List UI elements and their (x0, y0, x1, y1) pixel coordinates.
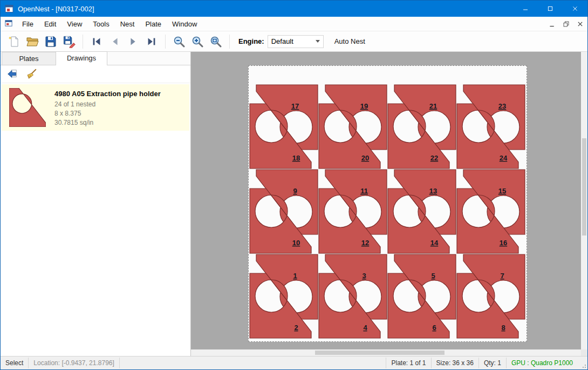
nest-pair-block[interactable]: 2324 (457, 85, 525, 169)
part-number-label: 13 (429, 187, 437, 195)
resize-grip[interactable] (578, 356, 587, 369)
drawing-list-item[interactable]: 4980 A05 Extraction pipe holder 24 of 1 … (2, 84, 189, 131)
nested-part[interactable] (250, 273, 311, 338)
previous-arrow-icon (109, 36, 121, 48)
menu-window[interactable]: Window (167, 18, 202, 30)
horizontal-scrollbar[interactable] (191, 349, 581, 356)
zoom-out-icon (173, 35, 186, 48)
menu-tools[interactable]: Tools (87, 18, 114, 30)
next-button[interactable] (124, 33, 142, 50)
status-plate: Plate: 1 of 1 (386, 356, 430, 369)
chevron-down-icon (316, 40, 320, 43)
part-number-label: 6 (432, 324, 436, 332)
vertical-scrollbar[interactable] (581, 52, 587, 349)
auto-nest-button[interactable]: Auto Nest (329, 35, 371, 48)
nest-pair-block[interactable]: 1314 (388, 170, 456, 253)
sidebar: Plates Drawings 4980 A05 Extraction pipe… (1, 52, 191, 356)
nested-part[interactable] (457, 189, 518, 253)
app-window: OpenNest - [N0317-002] File Edit View To… (0, 0, 588, 370)
save-icon (44, 35, 57, 48)
drawing-area: 30.7815 sq/in (54, 118, 186, 127)
window-title: OpenNest - [N0317-002] (18, 5, 94, 13)
menu-view[interactable]: View (61, 18, 87, 30)
part-number-label: 4 (363, 324, 367, 332)
part-number-label: 11 (360, 187, 368, 195)
nested-part[interactable] (319, 189, 380, 253)
engine-select[interactable]: Default (268, 35, 324, 48)
plate: 171819202122232491011121314151612345678 (248, 65, 527, 342)
part-thumbnail (5, 89, 50, 126)
first-button[interactable] (87, 33, 106, 50)
part-number-label: 15 (498, 187, 506, 195)
part-number-label: 12 (361, 239, 369, 247)
tab-plates[interactable]: Plates (2, 52, 56, 65)
zoom-in-button[interactable] (188, 33, 207, 50)
first-arrow-icon (91, 36, 102, 48)
nest-pair-block[interactable]: 910 (250, 170, 318, 253)
maximize-button[interactable] (538, 1, 563, 17)
status-gpu: GPU : Quadro P1000 (507, 356, 578, 369)
nest-pair-block[interactable]: 1718 (250, 85, 318, 169)
clear-button[interactable] (23, 67, 39, 82)
save-edit-icon (63, 35, 76, 48)
drawing-info: 4980 A05 Extraction pipe holder 24 of 1 … (50, 89, 186, 126)
part-number-label: 9 (293, 187, 297, 195)
last-arrow-icon (146, 36, 158, 48)
nest-pair-block[interactable]: 1920 (319, 85, 387, 169)
vertical-scrollbar-thumb[interactable] (582, 138, 586, 236)
status-mode: Select (1, 356, 28, 369)
nest-pair-block[interactable]: 78 (457, 254, 525, 338)
menu-nest[interactable]: Nest (115, 18, 140, 30)
save-edit-button[interactable] (60, 33, 78, 50)
menu-file[interactable]: File (17, 18, 39, 30)
nested-part[interactable] (250, 189, 311, 253)
nested-part[interactable] (457, 273, 518, 338)
part-number-label: 8 (501, 324, 505, 332)
part-number-label: 24 (500, 154, 508, 162)
mdi-minimize-button[interactable] (545, 18, 558, 30)
status-size: Size: 36 x 36 (432, 356, 478, 369)
mdi-restore-button[interactable] (559, 18, 572, 30)
part-number-label: 18 (292, 154, 300, 162)
horizontal-scrollbar-thumb[interactable] (315, 351, 445, 355)
zoom-out-button[interactable] (170, 33, 188, 50)
menu-plate[interactable]: Plate (140, 18, 167, 30)
title-bar: OpenNest - [N0317-002] (1, 1, 587, 17)
nested-part[interactable] (388, 189, 449, 253)
nested-part[interactable] (457, 104, 518, 169)
nest-pair-block[interactable]: 12 (250, 254, 318, 338)
nested-part[interactable] (319, 273, 380, 338)
nest-pair-block[interactable]: 2122 (388, 85, 456, 169)
import-drawing-button[interactable] (4, 67, 20, 82)
new-file-button[interactable] (5, 33, 23, 50)
nested-part[interactable] (388, 273, 449, 338)
minimize-button[interactable] (513, 1, 538, 17)
tab-drawings[interactable]: Drawings (56, 51, 107, 65)
part-number-label: 21 (429, 102, 437, 110)
menu-edit[interactable]: Edit (39, 18, 61, 30)
tab-strip: Plates Drawings (1, 52, 190, 65)
nest-pair-block[interactable]: 1516 (457, 170, 525, 253)
last-button[interactable] (142, 33, 161, 50)
mdi-close-button[interactable] (573, 18, 586, 30)
open-button[interactable] (23, 33, 42, 50)
new-file-icon (8, 35, 20, 48)
close-button[interactable] (563, 1, 587, 17)
nested-part[interactable] (388, 104, 449, 169)
menu-bar: File Edit View Tools Nest Plate Window (1, 17, 587, 31)
previous-button[interactable] (106, 33, 124, 50)
part-number-label: 17 (291, 102, 299, 110)
drawing-nested-count: 24 of 1 nested (54, 100, 186, 109)
next-arrow-icon (127, 36, 139, 48)
nested-part[interactable] (319, 104, 380, 169)
nested-part[interactable] (250, 104, 311, 169)
drawings-toolbar (1, 65, 190, 83)
nest-pair-block[interactable]: 56 (388, 254, 456, 338)
nest-pair-block[interactable]: 1112 (319, 170, 387, 253)
zoom-fit-button[interactable] (207, 33, 225, 50)
part-number-label: 10 (292, 239, 300, 247)
nest-canvas[interactable]: 171819202122232491011121314151612345678 (191, 52, 587, 356)
part-number-label: 2 (294, 324, 298, 332)
save-button[interactable] (42, 33, 60, 50)
nest-pair-block[interactable]: 34 (319, 254, 387, 338)
